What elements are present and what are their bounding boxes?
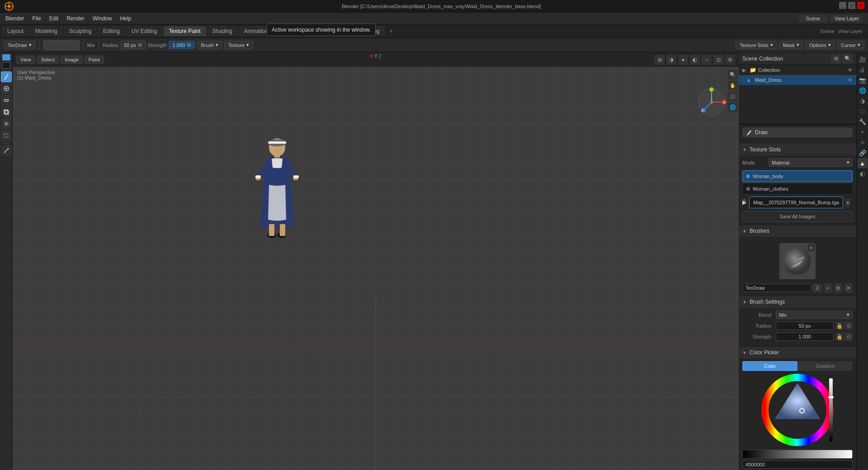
tab-add[interactable]: +	[386, 26, 396, 36]
outliner-collection[interactable]: ▶ 📁 Collection 👁	[739, 65, 856, 75]
prop-tab-data[interactable]: ▲	[858, 158, 868, 168]
vp-solid-mode[interactable]: ○	[702, 55, 712, 65]
save-images-btn[interactable]: Save All Images	[742, 211, 853, 222]
vp-view-btn[interactable]: View	[16, 56, 35, 64]
prop-tab-view-layer[interactable]: 📷	[858, 75, 868, 85]
tab-editing[interactable]: Editing	[98, 26, 125, 36]
prop-tab-render[interactable]: 🎥	[858, 54, 868, 64]
cursor-item[interactable]: Cursor ▾	[837, 41, 864, 49]
draw-button[interactable]: Draw	[742, 127, 853, 137]
draw-tool[interactable]	[1, 71, 12, 82]
viewport-gizmo[interactable]: Y X Z	[693, 84, 730, 120]
brush-name-input[interactable]	[742, 284, 811, 292]
tab-texture-paint[interactable]: Texture Paint	[164, 26, 206, 36]
strength-value[interactable]: 1.000 ⊙	[169, 41, 195, 49]
expand-btn[interactable]: ▶	[742, 199, 746, 203]
vp-paint-btn[interactable]: Paint	[85, 56, 104, 64]
options-dropdown[interactable]: Options ▾	[805, 41, 835, 49]
color-background[interactable]	[2, 62, 10, 69]
prop-tab-output[interactable]: 🖨	[858, 65, 868, 75]
vp-settings-btn[interactable]: ⚙	[725, 55, 735, 65]
vp-select-btn[interactable]: Select	[37, 56, 59, 64]
bs-radius-input[interactable]: 50 px	[776, 322, 834, 330]
color-wheel[interactable]	[761, 374, 834, 446]
brush-settings-header[interactable]: ▼ Brush Settings	[739, 296, 856, 308]
mask-dropdown[interactable]: Mask ▾	[779, 41, 803, 49]
color-picker-header[interactable]: ▼ Color Picker	[739, 347, 856, 358]
bs-strength-input[interactable]: 1.000	[776, 333, 834, 341]
viewport[interactable]: View Select Image Paint X Y Z ⊞ ◑ ● ◐ ○ …	[13, 52, 739, 470]
brush-copy[interactable]: ⧉	[834, 283, 843, 293]
color-foreground[interactable]	[2, 54, 10, 61]
fill-tool[interactable]	[1, 118, 12, 129]
radius-value[interactable]: 50 px ⊙	[120, 41, 146, 49]
brushes-header[interactable]: ▼ Brushes	[739, 225, 856, 237]
close-button[interactable]: ✕	[857, 2, 864, 9]
minimize-button[interactable]: _	[839, 2, 846, 9]
radius-lock[interactable]: 🔒	[835, 322, 844, 330]
world-btn[interactable]: 🌐	[728, 102, 738, 112]
prop-tab-object[interactable]: □	[858, 106, 868, 116]
hex-input[interactable]	[742, 461, 853, 469]
texture-slots-dropdown[interactable]: Texture Slots ▾	[736, 41, 777, 49]
menu-blender[interactable]: Blender	[2, 14, 28, 23]
brush-delete[interactable]: ✕	[844, 283, 853, 293]
strength-animate[interactable]: ⊙	[844, 333, 853, 341]
menu-file[interactable]: File	[28, 14, 44, 23]
gradient-tab[interactable]: Gradient	[797, 361, 853, 371]
mask-tool[interactable]	[1, 130, 12, 141]
prop-tab-material[interactable]: ◐	[858, 169, 868, 179]
cam-btn[interactable]: 🎥	[728, 91, 738, 101]
vp-image-btn[interactable]: Image	[61, 56, 83, 64]
color-swatch[interactable]	[43, 40, 80, 50]
maid-vis-icon[interactable]: 👁	[848, 77, 853, 83]
annotate-tool[interactable]	[1, 145, 12, 156]
tab-uv-editing[interactable]: UV Editing	[126, 26, 163, 36]
prop-tab-world[interactable]: ◑	[858, 96, 868, 106]
menu-edit[interactable]: Edit	[46, 14, 62, 23]
visibility-icon[interactable]: 👁	[848, 67, 853, 73]
tab-layout[interactable]: Layout	[2, 26, 29, 36]
clone-tool[interactable]	[1, 107, 12, 118]
grab-btn[interactable]: ✋	[728, 80, 738, 90]
slot-woman-clothes[interactable]: Woman_clothes	[742, 183, 853, 195]
smear-tool[interactable]	[1, 95, 12, 106]
menu-help[interactable]: Help	[116, 14, 135, 23]
vp-wireframe-mode[interactable]: ⊡	[713, 55, 723, 65]
vp-overlay-btn[interactable]: ⊞	[655, 55, 665, 65]
soften-tool[interactable]	[1, 83, 12, 94]
vp-render-mode[interactable]: ●	[678, 55, 688, 65]
prop-tab-scene[interactable]: 🌐	[858, 85, 868, 95]
texture-dropdown[interactable]: Texture ▾	[224, 41, 253, 49]
vp-viewport-shading[interactable]: ◑	[666, 55, 676, 65]
add-slot-btn[interactable]: +	[845, 199, 850, 207]
brush-dropdown[interactable]: Brush ▾	[197, 41, 222, 49]
color-bar-1[interactable]	[742, 450, 853, 459]
tab-sculpting[interactable]: Sculpting	[64, 26, 97, 36]
mode-selector[interactable]: TexDraw ▾	[4, 41, 36, 49]
view-layer-selector[interactable]: View Layer	[831, 15, 863, 22]
menu-render[interactable]: Render	[63, 14, 88, 23]
scene-selector[interactable]: Scene	[799, 15, 827, 22]
slot-woman-body[interactable]: Woman_body	[742, 170, 853, 182]
tab-modeling[interactable]: Modeling	[30, 26, 63, 36]
menu-window[interactable]: Window	[89, 14, 116, 23]
color-tab[interactable]: Color	[742, 361, 797, 371]
outliner-filter-btn[interactable]: ⊞	[831, 54, 841, 64]
outliner-search-btn[interactable]: 🔍	[843, 54, 853, 64]
radius-animate[interactable]: ⊙	[844, 322, 853, 330]
zoom-in-btn[interactable]: 🔍	[728, 70, 738, 80]
strength-lock[interactable]: 🔒	[835, 333, 844, 341]
prop-tab-physics[interactable]: ⚛	[858, 137, 868, 147]
prop-tab-particles[interactable]: •	[858, 127, 868, 137]
outliner-maid-dress[interactable]: ▲ Maid_Dress 👁	[739, 75, 856, 85]
tab-shading[interactable]: Shading	[207, 26, 238, 36]
image-slot[interactable]: Map__2070297799_Normal_Bump.tga	[749, 197, 843, 208]
blend-dropdown[interactable]: Mix ▾	[776, 310, 853, 319]
brush-check[interactable]: ✓	[824, 283, 832, 293]
brush-add-btn[interactable]: +	[807, 244, 815, 251]
prop-tab-modifier[interactable]: 🔧	[858, 117, 868, 127]
vp-material-mode[interactable]: ◐	[690, 55, 700, 65]
mode-dropdown[interactable]: Material ▾	[769, 158, 853, 167]
maximize-button[interactable]: □	[848, 2, 855, 9]
